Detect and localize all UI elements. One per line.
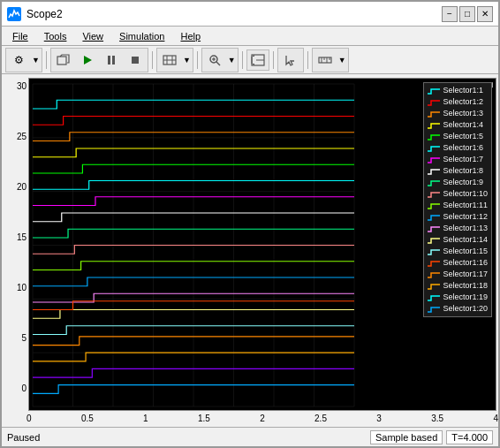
- legend-label-12: Selector1:12: [443, 211, 488, 223]
- x-label-1: 1: [143, 414, 148, 427]
- y-label-15: 15: [5, 232, 27, 242]
- legend-label-10: Selector1:10: [443, 188, 488, 200]
- legend-item-2: Selector1:2: [428, 96, 488, 108]
- legend-item-10: Selector1:10: [428, 188, 488, 200]
- playback-group: [50, 48, 148, 72]
- tools-group: ▼: [156, 48, 193, 72]
- legend-item-1: Selector1:1: [428, 85, 488, 96]
- y-label-5: 5: [5, 333, 27, 343]
- legend-box: Selector1:1Selector1:2Selector1:3Selecto…: [423, 82, 492, 317]
- legend-label-5: Selector1:5: [443, 131, 483, 142]
- legend-label-13: Selector1:13: [443, 223, 488, 234]
- fitview-button[interactable]: [246, 49, 269, 71]
- legend-label-11: Selector1:11: [443, 200, 488, 211]
- y-label-10: 10: [5, 283, 27, 292]
- legend-item-17: Selector1:17: [428, 269, 488, 280]
- pause-button[interactable]: [100, 49, 123, 71]
- legend-item-8: Selector1:8: [428, 165, 488, 177]
- maximize-button[interactable]: □: [459, 6, 475, 22]
- plot-container: 30 25 20 15 10 5 0 Selector1:1Selector1:…: [2, 74, 498, 413]
- title-bar: Scope2 − □ ✕: [2, 2, 498, 27]
- y-axis: 30 25 20 15 10 5 0: [4, 78, 28, 411]
- legend-label-7: Selector1:7: [443, 154, 483, 165]
- legend-item-15: Selector1:15: [428, 246, 488, 257]
- svg-rect-1: [57, 57, 66, 65]
- menu-simulation[interactable]: Simulation: [112, 29, 171, 43]
- x-label-4: 4: [493, 414, 498, 427]
- legend-label-3: Selector1:3: [443, 108, 483, 119]
- zoom-button[interactable]: [203, 49, 226, 71]
- cursor-group: [277, 48, 304, 72]
- legend-label-20: Selector1:20: [443, 303, 488, 315]
- legend-item-3: Selector1:3: [428, 108, 488, 119]
- measure-group: ▼: [312, 48, 349, 72]
- status-paused: Paused: [7, 432, 40, 443]
- legend-item-12: Selector1:12: [428, 211, 488, 223]
- legend-item-18: Selector1:18: [428, 280, 488, 292]
- y-label-25: 25: [5, 132, 27, 141]
- minimize-button[interactable]: −: [442, 6, 458, 22]
- legend-item-4: Selector1:4: [428, 119, 488, 131]
- svg-rect-5: [132, 57, 139, 64]
- svg-marker-2: [84, 56, 92, 65]
- status-bar: Paused Sample based T=4.000: [2, 427, 498, 446]
- measure-button[interactable]: [314, 49, 337, 71]
- x-label-35: 3.5: [431, 414, 443, 427]
- legend-item-5: Selector1:5: [428, 131, 488, 142]
- open-button[interactable]: [52, 49, 75, 71]
- settings-button[interactable]: ⚙: [7, 49, 30, 71]
- legend-item-14: Selector1:14: [428, 234, 488, 246]
- legend-label-19: Selector1:19: [443, 292, 488, 303]
- zoom-group: ▼: [201, 48, 239, 72]
- time-badge: T=4.000: [446, 430, 493, 444]
- legend-item-19: Selector1:19: [428, 292, 488, 303]
- svg-rect-3: [108, 56, 110, 65]
- sample-based-badge: Sample based: [370, 430, 443, 444]
- menubar: File Tools View Simulation Help: [2, 27, 498, 46]
- menu-file[interactable]: File: [5, 29, 35, 43]
- y-label-30: 30: [5, 81, 27, 91]
- window-title: Scope2: [27, 8, 63, 20]
- plot-area: 30 25 20 15 10 5 0 Selector1:1Selector1:…: [2, 74, 498, 427]
- legend-label-16: Selector1:16: [443, 257, 488, 269]
- legend-label-15: Selector1:15: [443, 246, 488, 257]
- legend-item-16: Selector1:16: [428, 257, 488, 269]
- toolbar-separator-2: [152, 51, 153, 69]
- legend-item-9: Selector1:9: [428, 177, 488, 188]
- stop-button[interactable]: [124, 49, 147, 71]
- x-label-0: 0: [27, 414, 32, 427]
- legend-label-1: Selector1:1: [443, 85, 483, 96]
- legend-item-13: Selector1:13: [428, 223, 488, 234]
- cursor-button[interactable]: [279, 49, 302, 71]
- legend-label-14: Selector1:14: [443, 234, 488, 246]
- legend-item-6: Selector1:6: [428, 142, 488, 154]
- legend-label-9: Selector1:9: [443, 177, 483, 188]
- menu-view[interactable]: View: [75, 29, 110, 43]
- svg-rect-4: [112, 56, 115, 65]
- x-label-25: 2.5: [314, 414, 327, 427]
- play-button[interactable]: [76, 49, 99, 71]
- params-button[interactable]: [158, 49, 181, 71]
- toolbar-separator-4: [242, 51, 243, 69]
- x-label-2: 2: [260, 414, 265, 427]
- toolbar: ⚙ ▼ ▼: [2, 46, 498, 74]
- legend-label-8: Selector1:8: [443, 165, 483, 177]
- legend-item-7: Selector1:7: [428, 154, 488, 165]
- menu-help[interactable]: Help: [173, 29, 208, 43]
- x-label-15: 1.5: [198, 414, 210, 427]
- menu-tools[interactable]: Tools: [37, 29, 74, 43]
- svg-line-11: [216, 62, 220, 65]
- x-label-3: 3: [376, 414, 382, 427]
- y-label-20: 20: [5, 182, 27, 192]
- graph-area[interactable]: Selector1:1Selector1:2Selector1:3Selecto…: [28, 78, 496, 411]
- toolbar-separator-5: [273, 51, 274, 69]
- toolbar-separator-1: [46, 51, 47, 69]
- legend-label-4: Selector1:4: [443, 119, 483, 131]
- legend-item-11: Selector1:11: [428, 200, 488, 211]
- x-axis: 0 0.5 1 1.5 2 2.5 3 3.5 4: [2, 413, 498, 427]
- close-button[interactable]: ✕: [477, 6, 493, 22]
- toolbar-separator-6: [307, 51, 308, 69]
- x-label-05: 0.5: [81, 414, 94, 427]
- scope-icon: [7, 7, 21, 21]
- settings-group: ⚙ ▼: [5, 48, 42, 72]
